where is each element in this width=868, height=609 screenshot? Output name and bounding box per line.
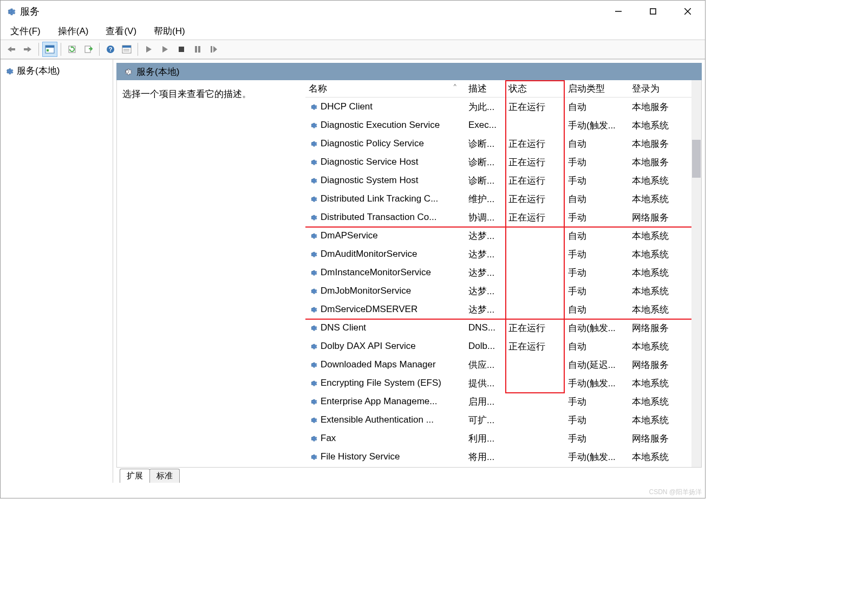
show-hide-tree-button[interactable] [42,42,57,57]
service-name: Dolby DAX API Service [321,341,416,352]
service-logon: 本地服务 [629,155,688,170]
col-header-status[interactable]: 状态 [505,80,565,97]
service-start-type: 手动 [565,210,629,225]
bottom-tabs: 扩展 标准 [113,468,705,483]
service-row[interactable]: Dolby DAX API ServiceDolb...正在运行自动本地系统 [305,337,701,355]
service-desc: 将用... [465,450,505,464]
service-name: Fax [321,433,336,444]
forward-button[interactable] [20,42,35,57]
content-pane: 服务(本地) 选择一个项目来查看它的描述。 名称˄ 描述 状态 启动类型 登录为… [113,60,705,483]
service-name: Downloaded Maps Manager [321,359,436,370]
service-row[interactable]: DmAPService达梦...自动本地系统 [305,226,701,245]
menu-file[interactable]: 文件(F) [7,24,44,38]
service-row[interactable]: Fax利用...手动网络服务 [305,429,701,448]
service-row[interactable]: Distributed Link Tracking C...维护...正在运行自… [305,190,701,208]
service-desc: 诊断... [465,137,505,151]
help-button[interactable]: ? [103,42,118,57]
properties-button[interactable] [119,42,134,57]
menubar: 文件(F) 操作(A) 查看(V) 帮助(H) [1,22,705,40]
service-row[interactable]: DmJobMonitorService达梦...手动本地系统 [305,282,701,300]
svg-rect-12 [122,46,131,48]
service-status [505,124,565,126]
start-service-alt-button[interactable] [158,42,173,57]
close-button[interactable] [677,3,699,20]
menu-action[interactable]: 操作(A) [55,24,92,38]
gear-icon [309,434,317,443]
service-row[interactable]: Enterprise App Manageme...启用...手动本地系统 [305,392,701,411]
service-row[interactable]: DHCP Client为此...正在运行自动本地服务 [305,98,701,116]
menu-help[interactable]: 帮助(H) [151,24,188,38]
svg-rect-17 [198,46,200,53]
gear-icon [309,176,317,185]
service-row[interactable]: Extensible Authentication ...可扩...手动本地系统 [305,411,701,429]
gear-icon [309,195,317,203]
gear-icon [309,397,317,406]
service-row[interactable]: Diagnostic Policy Service诊断...正在运行自动本地服务 [305,134,701,153]
export-button[interactable] [81,42,96,57]
service-logon: 网络服务 [629,431,688,446]
minimize-button[interactable] [608,3,629,20]
service-desc: Exec... [465,119,505,132]
scrollbar-thumb[interactable] [692,140,701,178]
service-row[interactable]: Encrypting File System (EFS)提供...手动(触发..… [305,374,701,392]
service-name: DmJobMonitorService [321,286,411,296]
service-desc: 启用... [465,394,505,409]
service-start-type: 手动 [565,247,629,262]
gear-icon [309,452,317,461]
service-row[interactable]: Downloaded Maps Manager供应...自动(延迟...网络服务 [305,355,701,374]
gear-icon [309,102,317,111]
service-desc: 供应... [465,358,505,372]
service-name: DmServiceDMSERVER [321,304,417,315]
description-prompt: 选择一个项目来查看它的描述。 [122,89,251,99]
service-logon: 本地系统 [629,394,688,409]
service-status [505,419,565,421]
window-controls [608,3,699,20]
service-name: Diagnostic Service Host [321,157,418,167]
service-row[interactable]: DmInstanceMonitorService达梦...手动本地系统 [305,263,701,282]
service-start-type: 自动 [565,100,629,114]
service-logon: 本地服务 [629,100,688,114]
service-name: Distributed Transaction Co... [321,212,436,223]
service-status: 正在运行 [505,321,565,335]
services-list[interactable]: 名称˄ 描述 状态 启动类型 登录为 DHCP Client为此...正在运行自… [305,80,701,467]
service-row[interactable]: DmServiceDMSERVER达梦...自动本地系统 [305,300,701,319]
service-status [505,437,565,439]
service-logon: 网络服务 [629,321,688,335]
col-header-name[interactable]: 名称˄ [305,80,465,97]
service-status [505,290,565,292]
svg-rect-1 [650,9,656,14]
tree-root-services[interactable]: 服务(本地) [1,63,113,79]
stop-service-button[interactable] [174,42,189,57]
tab-standard[interactable]: 标准 [149,469,180,483]
col-header-desc[interactable]: 描述 [465,80,505,97]
service-row[interactable]: Diagnostic Service Host诊断...正在运行手动本地服务 [305,153,701,171]
toolbar-separator [99,43,100,56]
gear-icon [309,287,317,295]
col-header-logon[interactable]: 登录为 [629,80,688,97]
col-header-start[interactable]: 启动类型 [565,80,629,97]
service-status [505,253,565,255]
service-row[interactable]: Diagnostic Execution ServiceExec...手动(触发… [305,116,701,134]
service-start-type: 手动(触发... [565,450,629,464]
service-desc: 协调... [465,210,505,225]
service-row[interactable]: DmAuditMonitorService达梦...手动本地系统 [305,245,701,263]
service-start-type: 手动(触发... [565,118,629,133]
service-row[interactable]: File History Service将用...手动(触发...本地系统 [305,448,701,466]
service-name: Extensible Authentication ... [321,414,434,425]
refresh-button[interactable] [64,42,80,57]
service-logon: 本地系统 [629,450,688,464]
svg-rect-15 [179,47,184,52]
service-row[interactable]: Diagnostic System Host诊断...正在运行手动本地系统 [305,171,701,190]
vertical-scrollbar[interactable] [691,80,701,467]
service-row[interactable]: Distributed Transaction Co...协调...正在运行手动… [305,208,701,226]
service-status: 正在运行 [505,210,565,225]
menu-view[interactable]: 查看(V) [102,24,140,38]
service-row[interactable]: DNS ClientDNS...正在运行自动(触发...网络服务 [305,319,701,337]
pause-service-button[interactable] [190,42,205,57]
tab-extended[interactable]: 扩展 [120,469,150,483]
start-service-button[interactable] [141,42,156,57]
restart-service-button[interactable] [206,42,221,57]
gear-icon [309,416,317,424]
maximize-button[interactable] [642,3,664,20]
back-button[interactable] [4,42,19,57]
